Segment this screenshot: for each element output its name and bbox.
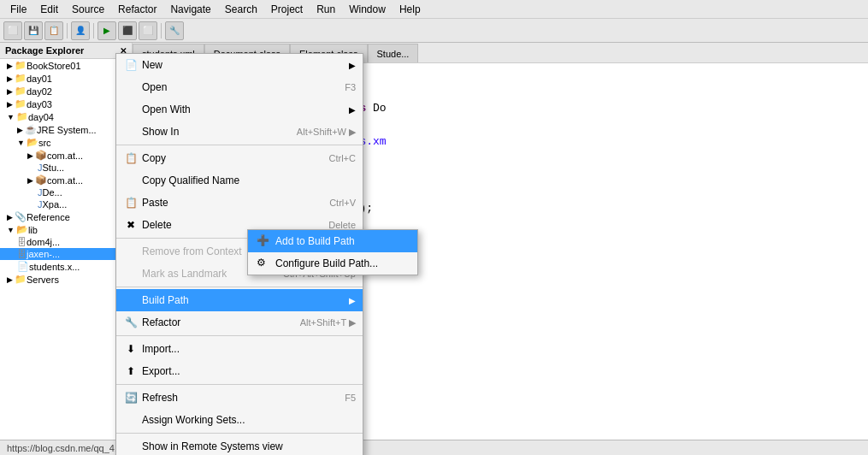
- tree-item-src[interactable]: ▼ 📂 src: [0, 136, 132, 149]
- cm-new[interactable]: 📄 New ▶: [116, 54, 363, 76]
- tree-item-jaxen[interactable]: 🗄 jaxen-...: [0, 248, 132, 260]
- tree-item-jre[interactable]: ▶ ☕ JRE System...: [0, 123, 132, 136]
- cm-sep-4: [116, 335, 363, 336]
- ref-icon: 📎: [15, 211, 27, 222]
- panel-title: Package Explorer ✕: [0, 43, 132, 59]
- tree-item-reference[interactable]: ▶ 📎 Reference: [0, 210, 132, 223]
- menu-project[interactable]: Project: [264, 2, 310, 17]
- menu-bar: File Edit Source Refactor Navigate Searc…: [0, 0, 868, 19]
- toolbar-sep-2: [93, 23, 94, 38]
- cm-assign-ws-icon: [123, 412, 139, 428]
- toolbar-btn-2[interactable]: 💾: [24, 21, 43, 40]
- cm-import[interactable]: ⬇ Import...: [116, 338, 363, 360]
- cm-sep-6: [116, 433, 363, 434]
- cm-open-with[interactable]: Open With ▶: [116, 98, 363, 121]
- menu-source[interactable]: Source: [65, 2, 111, 17]
- tree-item-xpa[interactable]: J Xpa...: [0, 198, 132, 210]
- toolbar-btn-3[interactable]: 📋: [44, 21, 63, 40]
- tree-item-stu[interactable]: J Stu...: [0, 162, 132, 174]
- cm-export[interactable]: ⬆ Export...: [116, 360, 363, 382]
- tree-label-comat1: com.at...: [47, 151, 83, 161]
- cm-sep-5: [116, 384, 363, 385]
- cm-open-label: Open: [142, 81, 336, 93]
- cm-assign-ws-label: Assign Working Sets...: [142, 414, 356, 426]
- menu-search[interactable]: Search: [218, 2, 264, 17]
- cm-copy-qualified-label: Copy Qualified Name: [142, 174, 356, 186]
- tree-label-comat2: com.at...: [47, 175, 83, 186]
- toolbar-btn-7[interactable]: 🔧: [165, 21, 184, 40]
- cm-mark-landmark-icon: [123, 266, 139, 281]
- menu-file[interactable]: File: [3, 2, 33, 17]
- toolbar-btn-run[interactable]: ▶: [97, 21, 116, 40]
- cm-copy[interactable]: 📋 Copy Ctrl+C: [116, 147, 363, 169]
- tab-stude[interactable]: Stude...: [368, 44, 419, 62]
- tree-arrow-lib: ▼: [7, 226, 15, 234]
- menu-navigate[interactable]: Navigate: [163, 2, 217, 17]
- cm-copy-shortcut: Ctrl+C: [329, 153, 356, 163]
- cm-build-path[interactable]: Build Path ▶: [116, 289, 363, 311]
- tree-item-servers[interactable]: ▶ 📁 Servers: [0, 273, 132, 286]
- tree-item-lib[interactable]: ▼ 📂 lib: [0, 223, 132, 236]
- cm-show-remote[interactable]: Show in Remote Systems view: [116, 435, 363, 455]
- tree-item-studentsxml[interactable]: 📄 students.x...: [0, 260, 132, 273]
- menu-edit[interactable]: Edit: [33, 2, 65, 17]
- submenu-add-icon: ➕: [257, 234, 270, 248]
- folder-icon-bookstore: 📁: [15, 60, 27, 71]
- cm-import-label: Import...: [142, 343, 356, 355]
- cm-open-with-arrow: ▶: [349, 105, 356, 115]
- tree-item-bookstore[interactable]: ▶ 📁 BookStore01: [0, 59, 132, 72]
- cm-sep-1: [116, 145, 363, 145]
- tree-item-day04[interactable]: ▼ 📁 day04: [0, 110, 132, 123]
- cm-open-icon: [123, 80, 139, 95]
- toolbar-btn-1[interactable]: ⬜: [3, 21, 22, 40]
- tree-arrow-jre: ▶: [17, 126, 23, 134]
- menu-run[interactable]: Run: [310, 2, 342, 17]
- tree-arrow-servers: ▶: [7, 275, 13, 284]
- tree-label-jre: JRE System...: [37, 125, 97, 135]
- tree-arrow-src: ▼: [17, 139, 25, 147]
- cm-paste[interactable]: 📋 Paste Ctrl+V: [116, 192, 363, 214]
- menu-window[interactable]: Window: [342, 2, 393, 17]
- jar-icon-dom4j: 🗄: [17, 237, 27, 247]
- cm-refresh-icon: 🔄: [123, 390, 139, 405]
- folder-icon-day03: 📁: [15, 98, 27, 109]
- cm-remove-context-label: Remove from Context: [142, 245, 263, 257]
- cm-copy-qualified[interactable]: Copy Qualified Name: [116, 169, 363, 192]
- tree-label-stu: Stu...: [43, 162, 65, 173]
- submenu-add-build-path[interactable]: ➕ Add to Build Path: [248, 230, 417, 252]
- toolbar-btn-6[interactable]: ⬜: [139, 21, 157, 40]
- cm-open-with-icon: [123, 102, 139, 117]
- package-icon-2: 📦: [35, 174, 47, 186]
- submenu-configure-label: Configure Build Path...: [275, 257, 378, 269]
- cm-copy-label: Copy: [142, 152, 321, 164]
- cm-export-icon: ⬆: [123, 363, 139, 379]
- tree-item-de[interactable]: J De...: [0, 186, 132, 198]
- cm-refactor[interactable]: 🔧 Refactor Alt+Shift+T ▶: [116, 311, 363, 334]
- cm-refresh[interactable]: 🔄 Refresh F5: [116, 387, 363, 409]
- submenu-configure-build-path[interactable]: ⚙ Configure Build Path...: [248, 252, 417, 275]
- folder-icon-day02: 📁: [15, 86, 27, 97]
- tree-item-day03[interactable]: ▶ 📁 day03: [0, 98, 132, 110]
- cm-show-in[interactable]: Show In Alt+Shift+W ▶: [116, 121, 363, 143]
- tree-item-day01[interactable]: ▶ 📁 day01: [0, 72, 132, 85]
- tree-item-comat1[interactable]: ▶ 📦 com.at...: [0, 149, 132, 162]
- tree-item-dom4j[interactable]: 🗄 dom4j...: [0, 236, 132, 248]
- folder-icon-day04: 📁: [16, 111, 28, 122]
- menu-help[interactable]: Help: [393, 2, 428, 17]
- cm-build-path-arrow: ▶: [349, 296, 356, 305]
- jar-icon-jaxen: 🗄: [17, 249, 27, 259]
- panel-title-label: Package Explorer: [5, 45, 84, 56]
- cm-copy-icon: 📋: [123, 151, 139, 166]
- cm-paste-icon: 📋: [123, 195, 139, 210]
- tree-label-xpa: Xpa...: [43, 199, 68, 210]
- menu-refactor[interactable]: Refactor: [111, 2, 163, 17]
- toolbar-btn-5[interactable]: ⬛: [118, 21, 137, 40]
- cm-assign-working-sets[interactable]: Assign Working Sets...: [116, 409, 363, 431]
- cm-open[interactable]: Open F3: [116, 76, 363, 98]
- toolbar-btn-4[interactable]: 👤: [71, 21, 90, 40]
- cm-open-with-label: Open With: [142, 103, 349, 115]
- tree-item-comat2[interactable]: ▶ 📦 com.at...: [0, 174, 132, 186]
- cm-export-label: Export...: [142, 365, 356, 377]
- tree-label-de: De...: [43, 187, 62, 198]
- tree-item-day02[interactable]: ▶ 📁 day02: [0, 85, 132, 98]
